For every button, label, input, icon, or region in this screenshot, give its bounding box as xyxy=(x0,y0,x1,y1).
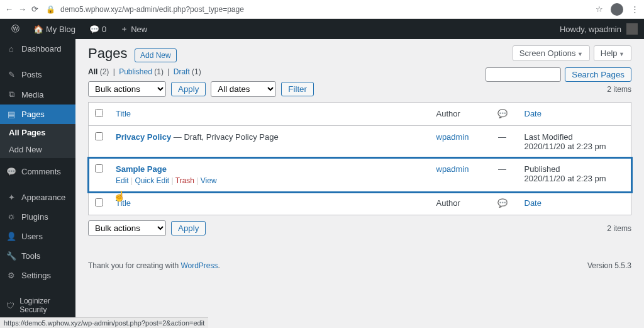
star-icon[interactable]: ☆ xyxy=(596,4,603,14)
comments-bubble[interactable]: 💬 0 xyxy=(84,25,111,34)
apply-button-bottom[interactable]: Apply xyxy=(171,221,206,235)
sidebar-item-dashboard[interactable]: ⌂Dashboard xyxy=(0,39,75,59)
author-link[interactable]: wpadmin xyxy=(436,132,469,142)
sidebar-item-settings[interactable]: ⚙Settings xyxy=(0,266,75,285)
page-title: Pages xyxy=(88,45,127,62)
action-trash[interactable]: Trash xyxy=(175,176,194,185)
screen-options-button[interactable]: Screen Options xyxy=(513,45,590,61)
col-author: Author xyxy=(430,103,487,126)
profile-icon[interactable] xyxy=(611,3,623,16)
items-count: 2 items xyxy=(607,85,631,94)
reload-icon[interactable]: ⟳ xyxy=(31,4,38,14)
date-filter-select[interactable]: All dates xyxy=(211,81,276,97)
avatar[interactable] xyxy=(626,23,638,35)
select-all-checkbox[interactable] xyxy=(95,109,103,117)
col-title-bottom[interactable]: Title xyxy=(116,198,131,208)
version-text: Version 5.5.3 xyxy=(587,261,631,270)
page-link-privacy[interactable]: Privacy Policy xyxy=(116,132,171,142)
sidebar-item-appearance[interactable]: ✦Appearance xyxy=(0,188,75,207)
new-content[interactable]: ＋ New xyxy=(115,23,152,35)
back-icon[interactable]: ← xyxy=(5,4,13,14)
row-checkbox[interactable] xyxy=(95,164,103,172)
howdy-text[interactable]: Howdy, wpadmin xyxy=(560,25,621,34)
col-comments-bottom[interactable]: 💬 xyxy=(487,192,518,215)
pages-table: Title Author 💬 Date Privacy Policy — Dra… xyxy=(88,102,631,215)
col-title[interactable]: Title xyxy=(116,109,131,118)
dashboard-icon: ⌂ xyxy=(6,44,16,54)
action-edit[interactable]: Edit xyxy=(116,176,129,185)
sidebar-item-comments[interactable]: 💬Comments xyxy=(0,162,75,181)
items-count-bottom: 2 items xyxy=(607,224,631,233)
media-icon: ⧉ xyxy=(6,89,16,99)
bulk-actions-select-bottom[interactable]: Bulk actions xyxy=(88,220,166,236)
content-area: Screen Options Help Pages Add New Search… xyxy=(75,39,644,328)
filter-button[interactable]: Filter xyxy=(281,82,314,96)
wp-admin-toolbar: ⓦ 🏠 My Blog 💬 0 ＋ New Howdy, wpadmin xyxy=(0,19,644,39)
page-link-sample[interactable]: Sample Page xyxy=(116,164,167,174)
status-bar: https://demo5.wphow.xyz/wp-admin/post.ph… xyxy=(0,317,208,328)
submenu-add-new[interactable]: Add New xyxy=(0,141,75,158)
pages-icon: ▤ xyxy=(6,110,16,119)
url-text: demo5.wphow.xyz/wp-admin/edit.php?post_t… xyxy=(60,5,244,14)
col-date-bottom[interactable]: Date xyxy=(525,198,541,208)
shield-icon: 🛡 xyxy=(6,301,14,310)
sidebar-item-pages[interactable]: ▤Pages xyxy=(0,105,75,124)
admin-sidebar: ⌂Dashboard ✎Posts ⧉Media ▤Pages All Page… xyxy=(0,39,75,328)
sidebar-item-plugins[interactable]: ⛭Plugins xyxy=(0,207,75,227)
bulk-actions-select[interactable]: Bulk actions xyxy=(88,81,166,97)
filter-published[interactable]: Published xyxy=(119,67,152,76)
comment-icon: 💬 xyxy=(6,167,16,176)
author-link[interactable]: wpadmin xyxy=(436,164,469,174)
table-row: Sample Page Edit | Quick Edit | Trash | … xyxy=(89,158,631,192)
brush-icon: ✦ xyxy=(6,193,16,202)
forward-icon[interactable]: → xyxy=(18,4,26,14)
filter-draft[interactable]: Draft xyxy=(174,67,190,76)
sidebar-item-loginizer[interactable]: 🛡Loginizer Security xyxy=(0,291,75,319)
table-row: Privacy Policy — Draft, Privacy Policy P… xyxy=(89,126,631,158)
sidebar-item-users[interactable]: 👤Users xyxy=(0,227,75,246)
settings-icon: ⚙ xyxy=(6,271,16,280)
plugin-icon: ⛭ xyxy=(6,212,16,222)
help-button[interactable]: Help xyxy=(594,45,631,61)
sidebar-item-media[interactable]: ⧉Media xyxy=(0,84,75,105)
select-all-checkbox-bottom[interactable] xyxy=(95,198,103,206)
sidebar-item-tools[interactable]: 🔧Tools xyxy=(0,246,75,266)
filter-all[interactable]: All xyxy=(88,67,97,76)
apply-button[interactable]: Apply xyxy=(171,82,206,96)
add-new-button[interactable]: Add New xyxy=(135,48,177,62)
action-quick-edit[interactable]: Quick Edit xyxy=(135,176,170,185)
browser-bar: ← → ⟳ 🔒 demo5.wphow.xyz/wp-admin/edit.ph… xyxy=(0,0,644,19)
lock-icon: 🔒 xyxy=(46,5,55,14)
col-author-bottom: Author xyxy=(430,192,487,215)
col-comments[interactable]: 💬 xyxy=(487,103,518,126)
wordpress-link[interactable]: WordPress xyxy=(180,261,218,270)
site-link[interactable]: 🏠 My Blog xyxy=(28,25,80,34)
action-view[interactable]: View xyxy=(201,176,217,185)
submenu-all-pages[interactable]: All Pages xyxy=(0,124,75,141)
menu-icon[interactable]: ⋮ xyxy=(631,4,639,14)
col-date[interactable]: Date xyxy=(525,109,541,118)
user-icon: 👤 xyxy=(6,232,16,241)
search-input[interactable] xyxy=(486,67,561,82)
search-button[interactable]: Search Pages xyxy=(565,67,631,82)
sidebar-item-posts[interactable]: ✎Posts xyxy=(0,65,75,84)
pin-icon: ✎ xyxy=(6,70,16,79)
wrench-icon: 🔧 xyxy=(6,251,16,261)
row-checkbox[interactable] xyxy=(95,132,103,140)
wp-logo-icon[interactable]: ⓦ xyxy=(6,23,25,35)
